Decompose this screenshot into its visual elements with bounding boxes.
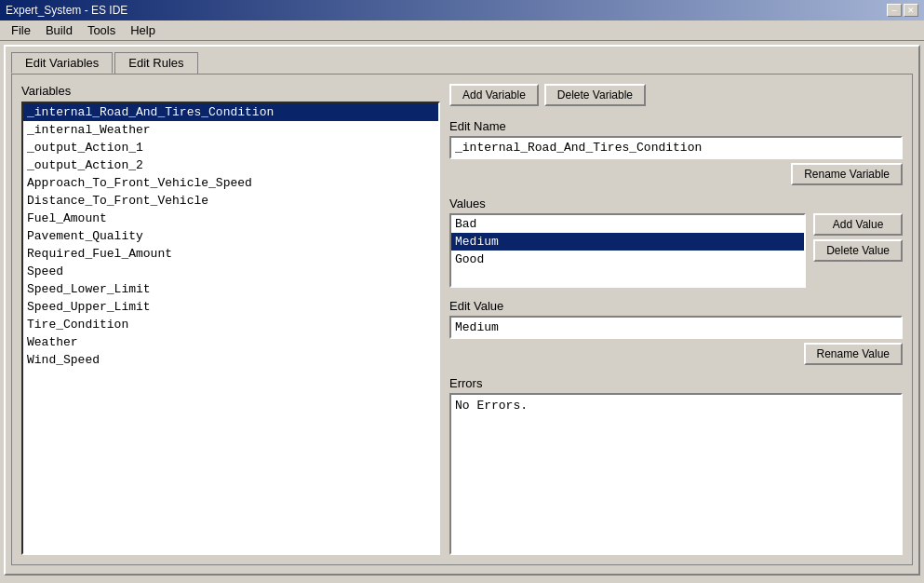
- variable-item[interactable]: Approach_To_Front_Vehicle_Speed: [23, 174, 438, 192]
- variable-item[interactable]: _internal_Road_And_Tires_Condition: [23, 103, 438, 121]
- rename-value-button[interactable]: Rename Value: [804, 343, 904, 365]
- delete-variable-button[interactable]: Delete Variable: [544, 84, 646, 106]
- errors-box: No Errors.: [449, 393, 903, 555]
- variable-item[interactable]: Required_Fuel_Amount: [23, 245, 438, 263]
- menu-bar: File Build Tools Help: [0, 20, 924, 41]
- variables-list[interactable]: _internal_Road_And_Tires_Condition_inter…: [21, 102, 440, 555]
- edit-value-section: Edit Value Rename Value: [449, 299, 903, 371]
- variables-label: Variables: [21, 84, 440, 98]
- variable-item[interactable]: _output_Action_2: [23, 156, 438, 174]
- right-panel: Add Variable Delete Variable Edit Name R…: [449, 84, 903, 555]
- errors-section: Errors No Errors.: [449, 376, 903, 555]
- variable-item[interactable]: Wind_Speed: [23, 351, 438, 369]
- delete-value-button[interactable]: Delete Value: [813, 239, 903, 262]
- variable-item[interactable]: Tire_Condition: [23, 316, 438, 333]
- value-buttons: Add Value Delete Value: [813, 197, 903, 288]
- tabs: Edit Variables Edit Rules: [11, 52, 913, 74]
- variable-item[interactable]: _output_Action_1: [23, 139, 438, 156]
- menu-help[interactable]: Help: [123, 21, 163, 39]
- edit-name-section: Edit Name Rename Variable: [449, 119, 903, 191]
- values-list[interactable]: BadMediumGood: [449, 213, 806, 288]
- title-bar: Expert_System - ES IDE – ✕: [0, 0, 924, 20]
- errors-label: Errors: [449, 376, 903, 390]
- title-bar-controls: – ✕: [887, 4, 918, 17]
- values-label: Values: [449, 197, 806, 210]
- menu-file[interactable]: File: [4, 21, 38, 39]
- add-value-button[interactable]: Add Value: [813, 213, 903, 236]
- variable-item[interactable]: Speed_Lower_Limit: [23, 280, 438, 298]
- main-window: Edit Variables Edit Rules Variables _int…: [4, 45, 920, 576]
- title-bar-text: Expert_System - ES IDE: [6, 4, 127, 17]
- variable-item[interactable]: Pavement_Quality: [23, 227, 438, 245]
- close-button[interactable]: ✕: [904, 4, 918, 17]
- tab-edit-variables[interactable]: Edit Variables: [11, 52, 113, 74]
- minimize-button[interactable]: –: [887, 4, 902, 17]
- variable-item[interactable]: Weather: [23, 333, 438, 351]
- value-item[interactable]: Good: [451, 251, 804, 268]
- variable-buttons-row: Add Variable Delete Variable: [449, 84, 903, 106]
- value-item[interactable]: Bad: [451, 215, 804, 233]
- edit-value-input[interactable]: [449, 316, 903, 339]
- content-layout: Variables _internal_Road_And_Tires_Condi…: [21, 84, 903, 555]
- menu-build[interactable]: Build: [38, 21, 80, 39]
- edit-value-label: Edit Value: [449, 299, 903, 313]
- value-item[interactable]: Medium: [451, 233, 804, 251]
- edit-name-label: Edit Name: [449, 119, 903, 133]
- variable-item[interactable]: _internal_Weather: [23, 121, 438, 139]
- variable-item[interactable]: Speed: [23, 263, 438, 280]
- add-variable-button[interactable]: Add Variable: [449, 84, 539, 106]
- variable-item[interactable]: Speed_Upper_Limit: [23, 298, 438, 316]
- rename-variable-button[interactable]: Rename Variable: [791, 163, 903, 185]
- tab-content: Variables _internal_Road_And_Tires_Condi…: [11, 74, 913, 565]
- edit-name-input[interactable]: [449, 136, 903, 159]
- menu-tools[interactable]: Tools: [80, 21, 123, 39]
- left-panel: Variables _internal_Road_And_Tires_Condi…: [21, 84, 440, 555]
- values-section: Values BadMediumGood: [449, 197, 806, 288]
- tab-edit-rules[interactable]: Edit Rules: [114, 52, 197, 74]
- variable-item[interactable]: Distance_To_Front_Vehicle: [23, 192, 438, 210]
- variable-item[interactable]: Fuel_Amount: [23, 210, 438, 227]
- values-row: Values BadMediumGood Add Value Delete Va…: [449, 197, 903, 288]
